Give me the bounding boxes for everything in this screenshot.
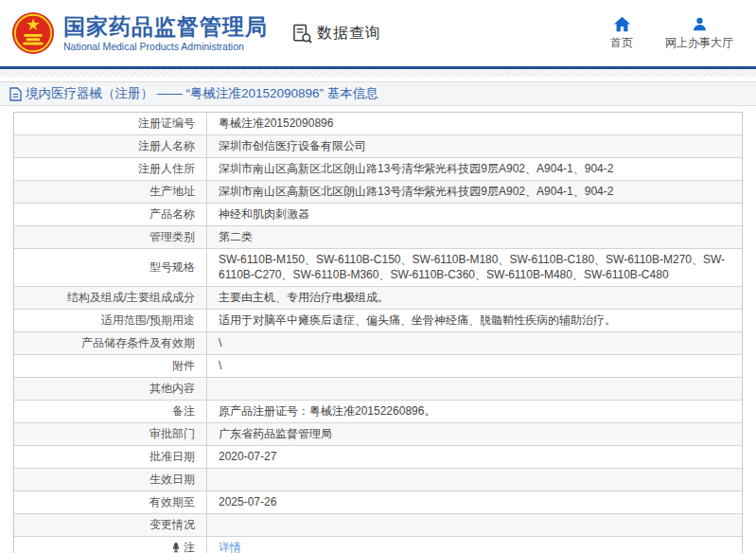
row-label-text: 变更情况 [149, 517, 195, 532]
row-value: 2020-07-27 [207, 446, 742, 468]
row-value-text: \ [219, 358, 221, 373]
row-value: 深圳市南山区高新区北区朗山路13号清华紫光科技园9层A902、A904-1、90… [207, 181, 742, 203]
row-value: \ [207, 355, 742, 377]
row-value: 粤械注准20152090896 [207, 113, 742, 134]
table-row: 批准日期2020-07-27 [14, 445, 742, 468]
row-value: 深圳市创信医疗设备有限公司 [207, 135, 742, 157]
nav-service-hall[interactable]: 网上办事大厅 [665, 16, 733, 51]
row-label-text: 管理类别 [149, 229, 195, 244]
user-icon [692, 16, 708, 32]
row-label-text: 注册人名称 [138, 138, 195, 153]
row-label: 其他内容 [14, 378, 207, 400]
row-label: 注册人住所 [14, 158, 207, 180]
row-label-text: 其他内容 [149, 381, 195, 396]
row-value-text: 原产品注册证号：粤械注准20152260896。 [219, 403, 435, 419]
nav-home[interactable]: 首页 [610, 16, 633, 51]
row-label-text: 型号规格 [149, 259, 195, 275]
row-value: 广东省药品监督管理局 [207, 423, 742, 445]
row-value-text: 粤械注准20152090896 [219, 116, 333, 131]
document-search-icon [292, 24, 312, 44]
site-header: 国家药品监督管理局 National Medical Products Admi… [0, 0, 756, 69]
home-icon [614, 16, 630, 32]
info-table: 注册证编号粤械注准20152090896注册人名称深圳市创信医疗设备有限公司注册… [13, 112, 743, 553]
table-row: 变更情况 [14, 513, 742, 536]
row-label-text: 审批部门 [149, 426, 195, 441]
table-row: 管理类别第二类 [14, 225, 742, 248]
row-value [207, 469, 742, 491]
row-value [207, 378, 742, 400]
breadcrumb: 境内医疗器械（注册） —— “粤械注准20152090896” 基本信息 [0, 81, 756, 106]
table-row: 生产地址深圳市南山区高新区北区朗山路13号清华紫光科技园9层A902、A904-… [14, 180, 742, 203]
table-row: 注册证编号粤械注准20152090896 [14, 113, 742, 134]
row-label: 审批部门 [14, 423, 207, 445]
table-row: 结构及组成/主要组成成分主要由主机、专用治疗电极组成。 [14, 286, 742, 309]
detail-link[interactable]: 详情 [219, 540, 241, 553]
row-value: SW-6110B-M150、SW-6110B-C150、SW-6110B-M18… [207, 249, 742, 286]
row-value-text: 深圳市南山区高新区北区朗山路13号清华紫光科技园9层A902、A904-1、90… [219, 184, 613, 199]
row-value: 详情 [207, 537, 742, 553]
row-value-text: 2020-07-27 [219, 449, 276, 464]
row-value-text: 深圳市南山区高新区北区朗山路13号清华紫光科技园9层A902、A904-1、90… [219, 161, 613, 176]
row-label-text: 注 [184, 540, 195, 553]
table-row: 注册人住所深圳市南山区高新区北区朗山路13号清华紫光科技园9层A902、A904… [14, 157, 742, 180]
row-label: 变更情况 [14, 514, 207, 536]
table-row: 注详情 [14, 536, 742, 553]
row-label-text: 有效期至 [149, 494, 195, 509]
row-label: 备注 [14, 401, 207, 422]
row-label: 注 [14, 537, 207, 553]
row-value [207, 514, 742, 536]
row-label: 型号规格 [14, 249, 207, 286]
row-label-text: 结构及组成/主要组成成分 [67, 290, 195, 305]
top-nav: 首页 网上办事大厅 [610, 16, 733, 51]
row-label-text: 附件 [172, 358, 195, 373]
row-value-text: 深圳市创信医疗设备有限公司 [219, 138, 366, 153]
table-row: 产品名称神经和肌肉刺激器 [14, 203, 742, 225]
national-emblem-icon [11, 11, 55, 55]
row-value-text: 广东省药品监督管理局 [219, 426, 332, 441]
table-row: 附件\ [14, 354, 742, 377]
data-query-section[interactable]: 数据查询 [292, 24, 381, 44]
row-value-text: 主要由主机、专用治疗电极组成。 [219, 290, 389, 305]
row-label-text: 适用范围/预期用途 [101, 312, 195, 328]
table-row: 备注原产品注册证号：粤械注准20152260896。 [14, 400, 742, 422]
table-row: 注册人名称深圳市创信医疗设备有限公司 [14, 134, 742, 157]
page: 国家药品监督管理局 National Medical Products Admi… [0, 0, 756, 553]
org-name-cn: 国家药品监督管理局 [63, 14, 268, 39]
section-title: 数据查询 [317, 24, 381, 44]
row-label: 注册人名称 [14, 135, 207, 157]
row-label-text: 备注 [172, 403, 195, 419]
table-row: 生效日期 [14, 468, 742, 491]
table-row: 有效期至2025-07-26 [14, 491, 742, 513]
table-row: 适用范围/预期用途适用于对脑卒中瘫痪后遗症、偏头痛、坐骨神经痛、脱髓鞘性疾病的辅… [14, 309, 742, 331]
row-value: 主要由主机、专用治疗电极组成。 [207, 287, 742, 309]
row-value: 原产品注册证号：粤械注准20152260896。 [207, 401, 742, 422]
nav-service-hall-label: 网上办事大厅 [665, 35, 733, 51]
row-value-text: 适用于对脑卒中瘫痪后遗症、偏头痛、坐骨神经痛、脱髓鞘性疾病的辅助治疗。 [219, 312, 616, 328]
org-titles: 国家药品监督管理局 National Medical Products Admi… [63, 14, 268, 52]
row-value-text: \ [219, 335, 221, 350]
row-value: 适用于对脑卒中瘫痪后遗症、偏头痛、坐骨神经痛、脱髓鞘性疾病的辅助治疗。 [207, 310, 742, 331]
row-label-text: 注册证编号 [138, 116, 195, 131]
org-name-en: National Medical Products Administration [63, 41, 268, 52]
row-label: 生产地址 [14, 181, 207, 203]
row-value-text: 神经和肌肉刺激器 [219, 206, 309, 222]
row-value: 2025-07-26 [207, 491, 742, 513]
row-label: 批准日期 [14, 446, 207, 468]
row-label: 结构及组成/主要组成成分 [14, 287, 207, 309]
nmpa-logo: 国家药品监督管理局 National Medical Products Admi… [11, 11, 268, 55]
table-row: 审批部门广东省药品监督管理局 [14, 422, 742, 445]
note-icon [171, 542, 181, 553]
row-label: 产品名称 [14, 204, 207, 225]
row-value: 神经和肌肉刺激器 [207, 204, 742, 225]
breadcrumb-text: 境内医疗器械（注册） —— “粤械注准20152090896” 基本信息 [26, 85, 378, 102]
row-label-text: 产品名称 [149, 206, 195, 222]
row-label-text: 生产地址 [149, 184, 195, 199]
row-label: 管理类别 [14, 226, 207, 248]
row-value-text: 第二类 [219, 229, 253, 244]
row-value: 第二类 [207, 226, 742, 248]
row-label-text: 生效日期 [149, 472, 195, 487]
row-label: 注册证编号 [14, 113, 207, 134]
row-value: 深圳市南山区高新区北区朗山路13号清华紫光科技园9层A902、A904-1、90… [207, 158, 742, 180]
row-label-text: 注册人住所 [138, 161, 195, 176]
decorative-stripe [0, 69, 756, 77]
